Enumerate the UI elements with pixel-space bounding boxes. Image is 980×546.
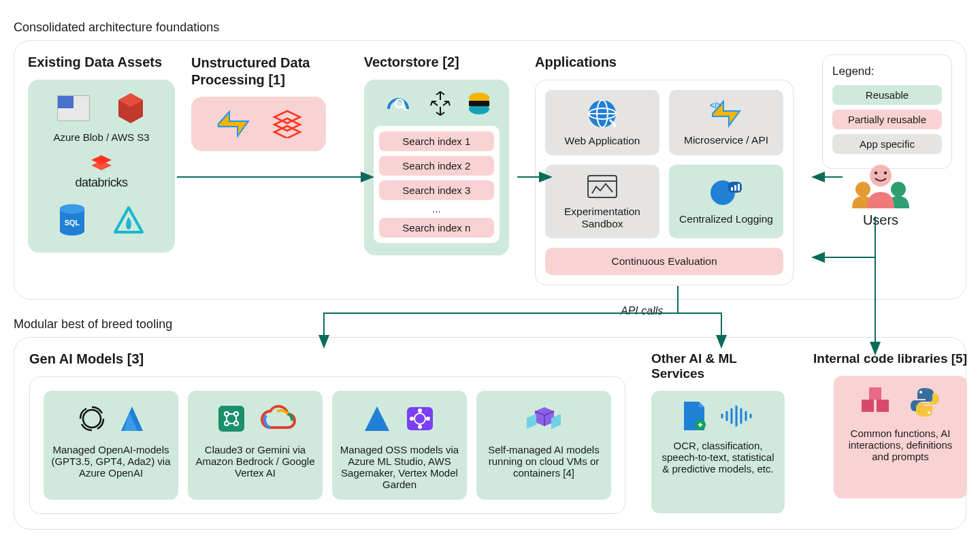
azure-data-lake-icon — [112, 205, 145, 235]
svg-point-38 — [419, 409, 421, 412]
svg-point-29 — [891, 182, 906, 197]
svg-rect-22 — [731, 187, 733, 191]
svg-text:</>: </> — [710, 101, 721, 110]
search-index-1: Search index 1 — [379, 131, 494, 151]
libraries-desc: Common functions, AI interactions, defin… — [842, 428, 959, 462]
model-bedrock-card: Claude3 or Gemini via Amazon Bedrock / G… — [188, 391, 323, 500]
svg-point-54 — [928, 411, 930, 414]
svg-point-28 — [855, 182, 870, 197]
document-icon — [680, 400, 707, 432]
genai-column: Gen AI Models [3] Man — [29, 351, 625, 514]
search-index-n: Search index n — [379, 218, 494, 238]
elastic-icon — [468, 91, 491, 116]
data-assets-column: Existing Data Assets Az — [28, 54, 338, 253]
bottom-section-title: Modular best of breed tooling — [14, 317, 966, 332]
applications-box: Web Application </> Microservice / API E… — [535, 80, 794, 285]
svg-point-27 — [884, 172, 887, 174]
logging-card: Centralized Logging — [669, 165, 783, 238]
svg-point-39 — [419, 425, 421, 428]
svg-rect-17 — [588, 176, 617, 197]
svg-rect-2 — [74, 96, 89, 108]
logging-icon — [708, 178, 745, 208]
web-app-label: Web Application — [565, 135, 640, 147]
svg-rect-23 — [734, 185, 736, 191]
legend-title: Legend: — [832, 65, 942, 78]
aws-s3-icon — [116, 92, 146, 125]
bottom-section: Gen AI Models [3] Man — [14, 337, 966, 530]
search-index-ellipsis: ... — [379, 205, 494, 213]
libraries-column: Internal code libraries [5] Common funct… — [813, 351, 967, 498]
sql-db-icon: SQL — [58, 204, 86, 236]
web-app-icon — [585, 98, 619, 129]
model-openai-label: Managed OpenAI-models (GPT3.5, GPT4, Ada… — [50, 444, 172, 479]
unstructured-group: Unstructured Data Processing [1] — [191, 54, 327, 151]
model-oss-card: Managed OSS models via Azure ML Studio, … — [332, 391, 467, 500]
svg-rect-31 — [218, 406, 244, 432]
model-openai-card: Managed OpenAI-models (GPT3.5, GPT4, Ada… — [44, 391, 178, 500]
other-services-card: OCR, classification, speech-to-text, sta… — [651, 391, 785, 513]
databricks-icon — [90, 154, 113, 174]
genai-box: Managed OpenAI-models (GPT3.5, GPT4, Ada… — [29, 376, 625, 514]
svg-rect-3 — [58, 108, 89, 121]
databricks-red-icon — [272, 110, 303, 138]
svg-point-26 — [875, 172, 877, 174]
azure-search-icon — [382, 91, 413, 116]
vectorstore-title: Vectorstore [2] — [364, 54, 509, 70]
azure-icon — [118, 404, 146, 434]
sandbox-label: Experimentation Sandbox — [551, 206, 654, 230]
model-self-card: Self-managed AI models running on cloud … — [476, 391, 611, 500]
vectorstore-box: Search index 1 Search index 2 Search ind… — [364, 80, 509, 255]
svg-point-30 — [83, 410, 101, 428]
container-icon — [523, 400, 565, 437]
azure-blob-icon — [57, 93, 90, 123]
model-oss-label: Managed OSS models via Azure ML Studio, … — [339, 444, 460, 490]
search-index-list: Search index 1 Search index 2 Search ind… — [374, 126, 500, 243]
web-app-card: Web Application — [545, 90, 659, 155]
applications-title: Applications — [535, 54, 794, 70]
speech-wave-icon — [719, 405, 756, 427]
legend-box: Legend: Reusable Partially reusable App … — [822, 54, 952, 169]
google-cloud-icon — [259, 404, 296, 433]
svg-point-41 — [427, 417, 429, 420]
top-section: Existing Data Assets Az — [14, 40, 966, 300]
azure-function-icon — [214, 108, 252, 140]
users-group: Users — [847, 161, 915, 228]
search-index-3: Search index 3 — [379, 180, 494, 200]
python-icon — [908, 385, 942, 419]
data-assets-title: Existing Data Assets — [28, 54, 175, 70]
svg-point-25 — [870, 165, 892, 187]
top-section-title: Consolidated architecture foundations — [14, 20, 966, 35]
azure-ml-icon — [362, 404, 392, 434]
microservice-label: Microservice / API — [684, 134, 768, 146]
svg-rect-1 — [58, 96, 74, 108]
applications-column: Applications Web Application </> Mi — [535, 54, 794, 285]
storage-caption: Azure Blob / AWS S3 — [53, 131, 149, 143]
vertex-icon — [403, 403, 437, 434]
packages-icon — [859, 386, 893, 419]
data-assets-box: Azure Blob / AWS S3 databricks SQ — [28, 80, 175, 253]
other-services-desc: OCR, classification, speech-to-text, sta… — [659, 440, 777, 475]
genai-title: Gen AI Models [3] — [29, 351, 625, 367]
microservice-icon: </> — [707, 99, 745, 129]
bedrock-icon — [214, 402, 248, 436]
evaluation-label: Continuous Evaluation — [611, 255, 717, 268]
svg-rect-52 — [869, 387, 881, 400]
other-services-column: Other AI & ML Services — [651, 351, 787, 513]
libraries-title: Internal code libraries [5] — [813, 351, 967, 366]
unstructured-title: Unstructured Data Processing [1] — [191, 54, 327, 89]
evaluation-card: Continuous Evaluation — [545, 248, 783, 275]
search-index-2: Search index 2 — [379, 156, 494, 176]
model-self-label: Self-managed AI models running on cloud … — [483, 444, 604, 479]
svg-rect-11 — [469, 101, 489, 106]
svg-point-53 — [919, 391, 922, 394]
libraries-card: Common functions, AI interactions, defin… — [834, 376, 967, 498]
svg-line-8 — [402, 106, 406, 110]
legend-reusable: Reusable — [832, 85, 942, 105]
vectorstore-column: Vectorstore [2] — [364, 54, 509, 255]
legend-app-specific: App specific — [832, 134, 942, 154]
unstructured-box — [191, 97, 326, 151]
openai-icon — [76, 403, 108, 434]
legend-partial: Partially reusable — [832, 110, 942, 129]
microservice-card: </> Microservice / API — [669, 90, 783, 155]
svg-text:SQL: SQL — [65, 219, 80, 227]
